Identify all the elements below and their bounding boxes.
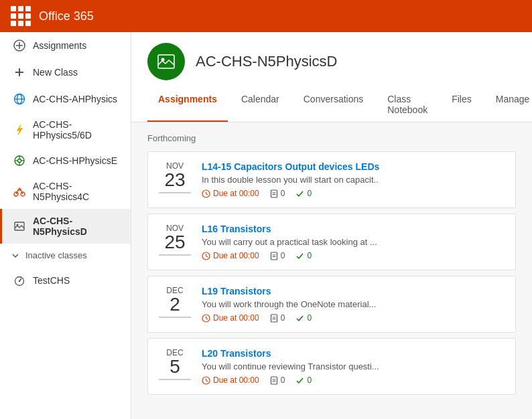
assignment-meta-1: Due at 00:00 0: [202, 189, 505, 198]
tab-manage[interactable]: Manage: [485, 88, 532, 122]
svg-line-31: [206, 256, 208, 257]
clock-icon: [202, 252, 210, 260]
assignment-date-1: Nov 23: [159, 161, 191, 193]
assignment-title-3[interactable]: L19 Transistors: [202, 286, 505, 297]
date-day: 2: [159, 295, 191, 314]
meta-due-2: Due at 00:00: [202, 251, 259, 260]
class-label: AC-CHS-N5PhysicsD: [33, 216, 120, 237]
sidebar-item-ac-chs-n5physicsd[interactable]: AC-CHS-N5PhysicsD: [0, 209, 131, 244]
assignment-info-1: L14-15 Capacitors Output devices LEDs In…: [202, 161, 505, 198]
assignment-card-1: Nov 23 L14-15 Capacitors Output devices …: [147, 151, 516, 208]
date-underline: [159, 317, 191, 318]
assignments-icon: [13, 39, 26, 52]
assignment-card-2: Nov 25 L16 Transistors You will carry ou…: [147, 214, 516, 270]
wheel-icon: [13, 154, 26, 167]
assignment-date-2: Nov 25: [159, 224, 191, 256]
inactive-classes-header[interactable]: Inactive classes: [0, 244, 131, 267]
class-label: TestCHS: [33, 275, 70, 286]
meta-check-3: 0: [295, 313, 312, 323]
date-day: 25: [159, 233, 191, 252]
meta-check-2: 0: [295, 251, 312, 260]
assignment-card-4: Dec 5 L20 Transistors You will continue …: [147, 338, 516, 395]
check-icon: [295, 189, 304, 198]
tab-assignments[interactable]: Assignments: [147, 88, 228, 122]
svg-line-43: [206, 380, 208, 382]
meta-doc-1: 0: [270, 189, 285, 198]
assignment-title-1[interactable]: L14-15 Capacitors Output devices LEDs: [202, 161, 505, 172]
chevron-down-icon: [11, 251, 20, 260]
class-label: AC-CHS-AHPhysics: [33, 94, 117, 104]
clock-icon: [202, 376, 210, 385]
sidebar: Assignments New Class AC-CHS-AHPhysic: [0, 32, 131, 419]
clock-icon: [202, 314, 210, 323]
new-class-label: New Class: [33, 67, 78, 78]
sidebar-item-ac-chs-hphysics56d[interactable]: AC-CHS-HPhysics5/6D: [0, 112, 131, 147]
sidebar-item-ac-chs-hphysicse[interactable]: AC-CHS-HPhysicsE: [0, 147, 131, 174]
date-underline: [159, 379, 191, 380]
tab-calendar[interactable]: Calendar: [230, 88, 290, 122]
plus-icon: [13, 66, 26, 79]
assignments-area: Forthcoming Nov 23 L14-15 Capacitors Out…: [131, 122, 532, 411]
meta-doc-4: 0: [270, 375, 285, 385]
tab-class-notebook[interactable]: Class Notebook: [377, 88, 438, 122]
tab-files[interactable]: Files: [441, 88, 482, 122]
meta-due-3: Due at 00:00: [202, 313, 259, 323]
assignment-desc-1: In this double lesson you will start on …: [202, 175, 505, 185]
app-title: Office 365: [39, 9, 94, 23]
assignment-meta-4: Due at 00:00 0: [202, 375, 505, 385]
check-icon: [295, 314, 304, 323]
document-icon: [270, 314, 278, 323]
svg-line-37: [206, 318, 208, 319]
svg-rect-44: [271, 377, 277, 384]
dial-icon: [13, 274, 26, 287]
check-icon: [295, 376, 304, 385]
date-underline: [159, 192, 191, 193]
assignment-desc-3: You will work through the OneNote materi…: [202, 299, 505, 309]
assignment-desc-4: You will continue reviewing Transistor q…: [202, 361, 505, 371]
meta-check-4: 0: [295, 375, 312, 385]
app-grid-icon[interactable]: [11, 6, 31, 26]
meta-check-1: 0: [295, 189, 312, 198]
clock-icon: [202, 189, 210, 198]
class-tabs: Assignments Calendar Conversations Class…: [147, 88, 516, 122]
svg-point-22: [161, 58, 165, 62]
class-label: AC-CHS-HPhysicsE: [33, 155, 117, 166]
svg-point-17: [17, 224, 19, 226]
document-icon: [270, 252, 278, 260]
sidebar-item-ac-chs-ahphysics[interactable]: AC-CHS-AHPhysics: [0, 86, 131, 112]
class-label: AC-CHS-HPhysics5/6D: [33, 119, 120, 141]
forthcoming-label: Forthcoming: [147, 133, 516, 143]
date-day: 5: [159, 357, 191, 376]
class-avatar: [147, 43, 185, 80]
svg-rect-21: [158, 55, 174, 68]
tab-conversations[interactable]: Conversations: [293, 88, 375, 122]
meta-due-1: Due at 00:00: [202, 189, 259, 198]
check-icon: [295, 252, 304, 260]
sidebar-item-ac-chs-n5physics4c[interactable]: AC-CHS-N5Physics4C: [0, 174, 131, 209]
svg-rect-38: [271, 315, 277, 322]
main-layout: Assignments New Class AC-CHS-AHPhysic: [0, 32, 532, 419]
document-icon: [270, 376, 278, 385]
class-label: AC-CHS-N5Physics4C: [33, 181, 120, 202]
sidebar-item-assignments[interactable]: Assignments: [0, 32, 131, 59]
svg-line-25: [206, 193, 208, 195]
globe-icon: [13, 92, 26, 106]
meta-doc-2: 0: [270, 251, 285, 260]
class-header-top: AC-CHS-N5PhysicsD: [147, 43, 516, 80]
svg-point-20: [19, 280, 20, 282]
assignment-meta-2: Due at 00:00 0: [202, 251, 505, 260]
assignment-title-2[interactable]: L16 Transistors: [202, 224, 505, 234]
class-header: AC-CHS-N5PhysicsD Assignments Calendar C…: [131, 32, 532, 122]
bike-icon: [13, 185, 26, 198]
sidebar-item-testchs[interactable]: TestCHS: [0, 267, 131, 294]
svg-rect-32: [271, 252, 277, 260]
avatar-image-icon: [156, 52, 176, 72]
assignment-desc-2: You will carry out a practical task look…: [202, 237, 505, 247]
sidebar-assignments-label: Assignments: [33, 40, 86, 51]
assignment-date-3: Dec 2: [159, 286, 191, 318]
assignment-title-4[interactable]: L20 Transistors: [202, 348, 505, 359]
assignment-info-2: L16 Transistors You will carry out a pra…: [202, 224, 505, 260]
document-icon: [270, 189, 278, 198]
date-day: 23: [159, 171, 191, 189]
sidebar-item-new-class[interactable]: New Class: [0, 59, 131, 86]
